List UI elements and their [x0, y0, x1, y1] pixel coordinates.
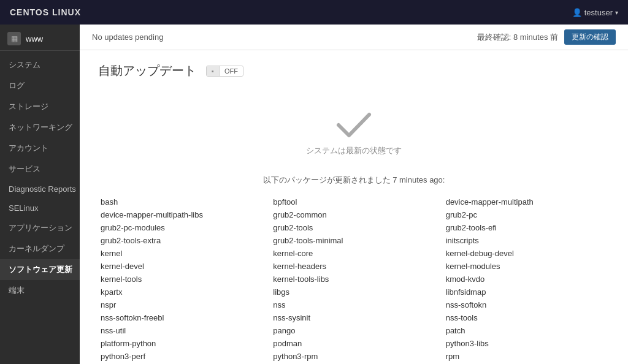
auto-update-title: 自動アップデート [98, 63, 196, 79]
list-item: patch [443, 324, 610, 337]
list-item: nss [270, 298, 437, 311]
sidebar-host[interactable]: ▦ www [0, 25, 80, 51]
last-check-label: 最終確認: 8 minutes 前 [477, 32, 558, 43]
host-icon: ▦ [7, 32, 21, 45]
list-item: grub2-tools-minimal [270, 234, 437, 247]
sidebar-item-networking[interactable]: ネットワーキング [0, 117, 80, 138]
content-area: 自動アップデート ▪ OFF システムは最新の状態です 以下のパッケージが更新さ… [80, 50, 628, 364]
list-item: kernel-headers [270, 260, 437, 273]
list-item: nss-softokn [443, 298, 610, 311]
sidebar-item-storage[interactable]: ストレージ [0, 96, 80, 117]
list-item: kpartx [98, 286, 264, 298]
list-item: python3-perf [98, 350, 264, 363]
username: testuser [584, 8, 613, 17]
list-item: bash [98, 195, 264, 208]
auto-update-row: 自動アップデート ▪ OFF [98, 63, 610, 79]
sidebar: ▦ www システム ログ ストレージ ネットワーキング アカウント サービス … [0, 25, 80, 364]
list-item: rpm [443, 350, 610, 363]
sidebar-item-application[interactable]: アプリケーション [0, 218, 80, 238]
app-title: CENTOS LINUX [10, 7, 81, 17]
list-item: device-mapper-multipath-libs [98, 208, 264, 221]
host-name: www [26, 34, 43, 44]
sidebar-item-service[interactable]: サービス [0, 159, 80, 180]
list-item: kernel-debug-devel [443, 247, 610, 260]
list-item: grub2-tools-efi [443, 221, 610, 234]
statusbar-right: 最終確認: 8 minutes 前 更新の確認 [477, 29, 616, 45]
layout: ▦ www システム ログ ストレージ ネットワーキング アカウント サービス … [0, 25, 628, 364]
list-item: device-mapper-multipath [443, 195, 610, 208]
list-item: libnfsidmap [443, 286, 610, 298]
list-item: kernel-core [270, 247, 437, 260]
topbar: CENTOS LINUX 👤 testuser [0, 0, 628, 25]
list-item: grub2-common [270, 208, 437, 221]
list-item: kmod-kvdo [443, 273, 610, 286]
list-item: kernel-tools [98, 273, 264, 286]
package-update-notice: 以下のパッケージが更新されました 7 minutes ago: [98, 175, 610, 186]
checkmark-icon [335, 110, 372, 140]
list-item: python3-rpm [270, 350, 437, 363]
list-item: python3-libs [443, 337, 610, 350]
checkmark-area: システムは最新の状態です [98, 97, 610, 175]
list-item: grub2-pc [443, 208, 610, 221]
sidebar-item-kernel-dump[interactable]: カーネルダンプ [0, 238, 80, 259]
toggle-label: OFF [220, 66, 243, 76]
list-item: podman [270, 337, 437, 350]
list-item: nss-sysinit [270, 311, 437, 324]
list-item: kernel-devel [98, 260, 264, 273]
list-item: initscripts [443, 234, 610, 247]
list-item: kernel-tools-libs [270, 273, 437, 286]
list-item: kernel-modules [443, 260, 610, 273]
sidebar-item-system[interactable]: システム [0, 55, 80, 75]
sidebar-item-terminal[interactable]: 端末 [0, 280, 80, 301]
check-updates-button[interactable]: 更新の確認 [564, 29, 616, 45]
list-item: nss-tools [443, 311, 610, 324]
list-item: nspr [98, 298, 264, 311]
sidebar-item-software-update[interactable]: ソフトウェア更新 [0, 259, 80, 280]
no-updates-text: No updates pending [92, 32, 163, 42]
user-icon: 👤 [572, 8, 582, 17]
list-item: grub2-pc-modules [98, 221, 264, 234]
main: No updates pending 最終確認: 8 minutes 前 更新の… [80, 25, 628, 364]
list-item: nss-softokn-freebl [98, 311, 264, 324]
auto-update-toggle[interactable]: ▪ OFF [206, 66, 243, 77]
list-item: platform-python [98, 337, 264, 350]
list-item: libgs [270, 286, 437, 298]
sidebar-item-account[interactable]: アカウント [0, 138, 80, 159]
list-item: bpftool [270, 195, 437, 208]
package-col-3: device-mapper-multipath grub2-pc grub2-t… [443, 195, 610, 363]
user-menu[interactable]: 👤 testuser [572, 8, 618, 17]
sidebar-item-diagnostic[interactable]: Diagnostic Reports [0, 180, 80, 199]
statusbar: No updates pending 最終確認: 8 minutes 前 更新の… [80, 25, 628, 50]
system-status-text: システムは最新の状態です [306, 145, 402, 156]
sidebar-item-selinux[interactable]: SELinux [0, 199, 80, 218]
package-col-1: bash device-mapper-multipath-libs grub2-… [98, 195, 264, 363]
list-item: pango [270, 324, 437, 337]
list-item: kernel [98, 247, 264, 260]
package-col-2: bpftool grub2-common grub2-tools grub2-t… [270, 195, 437, 363]
toggle-indicator: ▪ [207, 66, 220, 76]
list-item: grub2-tools-extra [98, 234, 264, 247]
package-table: bash device-mapper-multipath-libs grub2-… [98, 195, 610, 363]
sidebar-item-log[interactable]: ログ [0, 75, 80, 96]
list-item: nss-util [98, 324, 264, 337]
list-item: grub2-tools [270, 221, 437, 234]
